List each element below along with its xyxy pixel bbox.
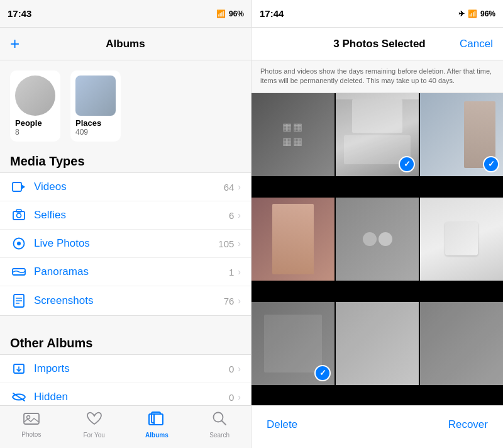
svg-point-17 [26,415,30,418]
photo-cell-5[interactable] [336,198,419,281]
for-you-tab-label: For You [83,432,104,439]
tab-search[interactable]: Search [188,411,251,439]
svg-rect-2 [13,211,25,220]
panoramas-item[interactable]: Panoramas 1 › [0,258,251,286]
tab-photos[interactable]: Photos [0,412,63,438]
hidden-chevron: › [238,392,241,402]
videos-count: 64 [224,182,235,193]
imports-icon [10,362,28,375]
photo-grid: ▦▦▦▦ ✓ ✓ [252,93,503,405]
svg-marker-1 [21,184,25,189]
photo-cell-4[interactable] [252,198,334,281]
recover-button[interactable]: Recover [448,418,488,431]
search-tab-label: Search [209,432,229,439]
people-label: People [15,118,55,128]
right-status-bar: 17:44 ✈ 📶 96% [252,0,503,28]
left-status-icons: 📶 96% [216,9,244,18]
photos-tab-label: Photos [21,431,41,438]
battery-label-right: 96% [480,9,495,18]
svg-point-3 [17,213,21,218]
other-albums-list: Imports 0 › Hidden 0 › [0,354,251,405]
selfies-chevron: › [238,210,241,220]
live-photos-item[interactable]: Live Photos 105 › [0,230,251,258]
svg-point-6 [17,242,21,245]
places-count: 409 [75,128,116,137]
svg-rect-4 [16,210,21,212]
live-photos-icon [10,237,28,250]
screenshots-label: Screenshots [34,294,224,307]
right-status-icons: ✈ 📶 96% [458,9,495,18]
hidden-icon [10,392,28,402]
photo-cell-2[interactable]: ✓ [336,93,419,176]
cancel-button[interactable]: Cancel [460,38,493,50]
photo-cell-7[interactable]: ✓ [252,302,334,385]
photo-cell-6[interactable] [420,198,503,281]
albums-tab-label: Albums [145,432,169,439]
battery-label: 96% [229,9,244,18]
selfies-item[interactable]: Selfies 6 › [0,201,251,230]
media-types-list: Videos 64 › Selfies 6 › [0,172,251,316]
left-status-bar: 17:43 📶 96% [0,0,252,28]
photo-cell-3[interactable]: ✓ [420,93,503,176]
imports-count: 0 [229,364,234,374]
svg-rect-20 [154,414,163,425]
screenshots-item[interactable]: Screenshots 76 › [0,286,251,315]
albums-scroll-content: People 8 Places 409 Media Types [0,60,251,405]
albums-panel: + Albums People 8 Places 409 Media Types [0,28,252,448]
photo-cell-1[interactable]: ▦▦▦▦ [252,93,334,176]
people-thumbnail [15,76,55,116]
deletion-notice: Photos and videos show the days remainin… [252,60,503,93]
people-places-section: People 8 Places 409 [0,60,251,142]
svg-rect-16 [24,413,39,424]
wifi-icon: 📶 [216,9,226,18]
screenshots-count: 76 [224,296,235,306]
videos-icon [10,181,28,193]
right-nav-bar: 3 Photos Selected Cancel [252,28,503,60]
delete-button[interactable]: Delete [267,418,297,431]
panoramas-icon [10,267,28,276]
svg-line-22 [222,420,226,425]
hidden-item[interactable]: Hidden 0 › [0,383,251,405]
deleted-photos-panel: 3 Photos Selected Cancel Photos and vide… [252,28,503,448]
live-photos-chevron: › [238,238,241,249]
people-count: 8 [15,128,55,137]
for-you-tab-icon [86,411,102,430]
photo-cell-8[interactable] [336,302,419,385]
add-album-button[interactable]: + [10,34,19,53]
selection-badge-7: ✓ [314,365,331,381]
videos-item[interactable]: Videos 64 › [0,173,251,201]
albums-nav-bar: + Albums [0,28,251,60]
media-types-header: Media Types [0,142,251,172]
places-item[interactable]: Places 409 [70,70,121,142]
selection-title: 3 Photos Selected [299,38,460,50]
screenshots-icon [10,294,28,308]
albums-title: Albums [106,38,145,50]
right-time: 17:44 [260,8,284,19]
tab-for-you[interactable]: For You [63,411,126,439]
airplane-icon: ✈ [458,9,465,18]
right-bottom-bar: Delete Recover [252,405,503,448]
selfies-icon [10,209,28,221]
selfies-count: 6 [229,210,234,221]
live-photos-count: 105 [218,238,234,249]
places-label: Places [75,118,116,128]
imports-item[interactable]: Imports 0 › [0,355,251,383]
videos-chevron: › [238,182,241,192]
imports-chevron: › [238,364,241,374]
screenshots-chevron: › [238,296,241,306]
albums-tab-icon [148,411,165,430]
svg-rect-0 [13,182,21,191]
panoramas-chevron: › [238,267,241,277]
selfies-label: Selfies [34,209,229,221]
search-tab-icon [212,411,227,430]
photo-cell-9[interactable] [420,302,503,385]
people-item[interactable]: People 8 [10,70,60,142]
panoramas-label: Panoramas [34,266,229,278]
tab-albums[interactable]: Albums [126,411,189,439]
other-albums-header: Other Albums [0,323,251,354]
wifi-icon-right: 📶 [468,9,477,18]
hidden-count: 0 [229,392,234,403]
panoramas-count: 1 [229,267,234,277]
selection-badge-3: ✓ [483,156,499,172]
photos-tab-icon [23,412,40,429]
